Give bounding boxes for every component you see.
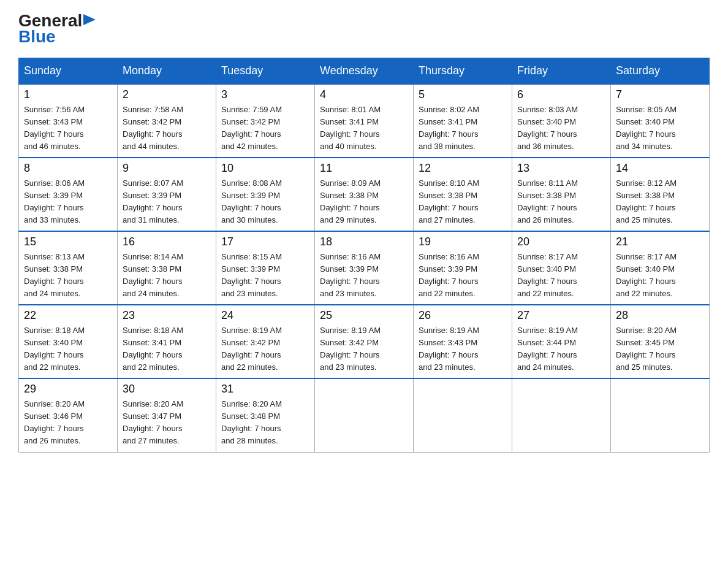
day-number: 31 (221, 383, 309, 396)
calendar-cell: 13 Sunrise: 8:11 AM Sunset: 3:38 PM Dayl… (512, 158, 611, 231)
svg-marker-0 (83, 14, 96, 25)
day-info: Sunrise: 8:19 AM Sunset: 3:42 PM Dayligh… (320, 324, 408, 374)
calendar-cell: 17 Sunrise: 8:15 AM Sunset: 3:39 PM Dayl… (216, 231, 315, 305)
day-info: Sunrise: 8:19 AM Sunset: 3:43 PM Dayligh… (419, 324, 507, 374)
calendar-cell: 27 Sunrise: 8:19 AM Sunset: 3:44 PM Dayl… (512, 305, 611, 378)
calendar-cell: 4 Sunrise: 8:01 AM Sunset: 3:41 PM Dayli… (315, 84, 414, 158)
day-number: 12 (419, 162, 507, 175)
header-sunday: Sunday (19, 58, 118, 85)
day-number: 20 (517, 236, 605, 248)
page-header: General Blue (18, 12, 710, 47)
day-number: 10 (221, 162, 309, 175)
calendar-cell: 31 Sunrise: 8:20 AM Sunset: 3:48 PM Dayl… (216, 378, 315, 452)
day-info: Sunrise: 8:16 AM Sunset: 3:39 PM Dayligh… (419, 251, 507, 301)
calendar-cell: 21 Sunrise: 8:17 AM Sunset: 3:40 PM Dayl… (611, 231, 710, 305)
day-info: Sunrise: 8:01 AM Sunset: 3:41 PM Dayligh… (320, 104, 408, 153)
header-friday: Friday (512, 58, 611, 85)
calendar-cell: 24 Sunrise: 8:19 AM Sunset: 3:42 PM Dayl… (216, 305, 315, 378)
logo-blue-text: Blue (18, 27, 56, 47)
day-number: 1 (24, 88, 112, 101)
calendar-cell: 2 Sunrise: 7:58 AM Sunset: 3:42 PM Dayli… (118, 84, 216, 158)
calendar-header-row: SundayMondayTuesdayWednesdayThursdayFrid… (19, 58, 710, 85)
calendar-cell: 20 Sunrise: 8:17 AM Sunset: 3:40 PM Dayl… (512, 231, 611, 305)
day-info: Sunrise: 7:58 AM Sunset: 3:42 PM Dayligh… (123, 104, 211, 153)
calendar-cell: 15 Sunrise: 8:13 AM Sunset: 3:38 PM Dayl… (19, 231, 118, 305)
week-row-4: 22 Sunrise: 8:18 AM Sunset: 3:40 PM Dayl… (19, 305, 710, 378)
week-row-3: 15 Sunrise: 8:13 AM Sunset: 3:38 PM Dayl… (19, 231, 710, 305)
day-info: Sunrise: 8:13 AM Sunset: 3:38 PM Dayligh… (24, 251, 112, 301)
calendar-cell: 9 Sunrise: 8:07 AM Sunset: 3:39 PM Dayli… (118, 158, 216, 231)
day-number: 17 (221, 236, 309, 248)
header-saturday: Saturday (611, 58, 710, 85)
week-row-2: 8 Sunrise: 8:06 AM Sunset: 3:39 PM Dayli… (19, 158, 710, 231)
day-info: Sunrise: 8:12 AM Sunset: 3:38 PM Dayligh… (616, 177, 704, 227)
day-info: Sunrise: 8:06 AM Sunset: 3:39 PM Dayligh… (24, 177, 112, 227)
day-info: Sunrise: 8:02 AM Sunset: 3:41 PM Dayligh… (419, 104, 507, 153)
calendar-table: SundayMondayTuesdayWednesdayThursdayFrid… (18, 58, 710, 453)
header-wednesday: Wednesday (315, 58, 414, 85)
calendar-cell: 6 Sunrise: 8:03 AM Sunset: 3:40 PM Dayli… (512, 84, 611, 158)
day-number: 4 (320, 88, 408, 101)
day-info: Sunrise: 8:19 AM Sunset: 3:42 PM Dayligh… (221, 324, 309, 374)
day-number: 21 (616, 236, 704, 248)
header-thursday: Thursday (414, 58, 512, 85)
day-info: Sunrise: 8:20 AM Sunset: 3:46 PM Dayligh… (24, 398, 112, 448)
day-number: 11 (320, 162, 408, 175)
calendar-cell: 26 Sunrise: 8:19 AM Sunset: 3:43 PM Dayl… (414, 305, 512, 378)
day-number: 5 (419, 88, 507, 101)
calendar-cell: 23 Sunrise: 8:18 AM Sunset: 3:41 PM Dayl… (118, 305, 216, 378)
day-number: 6 (517, 88, 605, 101)
calendar-cell: 11 Sunrise: 8:09 AM Sunset: 3:38 PM Dayl… (315, 158, 414, 231)
week-row-1: 1 Sunrise: 7:56 AM Sunset: 3:43 PM Dayli… (19, 84, 710, 158)
calendar-cell: 3 Sunrise: 7:59 AM Sunset: 3:42 PM Dayli… (216, 84, 315, 158)
day-info: Sunrise: 8:11 AM Sunset: 3:38 PM Dayligh… (517, 177, 605, 227)
week-row-5: 29 Sunrise: 8:20 AM Sunset: 3:46 PM Dayl… (19, 378, 710, 452)
calendar-cell: 12 Sunrise: 8:10 AM Sunset: 3:38 PM Dayl… (414, 158, 512, 231)
day-number: 27 (517, 309, 605, 322)
calendar-cell (611, 378, 710, 452)
calendar-cell: 22 Sunrise: 8:18 AM Sunset: 3:40 PM Dayl… (19, 305, 118, 378)
day-info: Sunrise: 8:20 AM Sunset: 3:45 PM Dayligh… (616, 324, 704, 374)
day-number: 14 (616, 162, 704, 175)
calendar-cell: 30 Sunrise: 8:20 AM Sunset: 3:47 PM Dayl… (118, 378, 216, 452)
day-number: 23 (123, 309, 211, 322)
day-info: Sunrise: 8:20 AM Sunset: 3:48 PM Dayligh… (221, 398, 309, 448)
day-info: Sunrise: 8:18 AM Sunset: 3:40 PM Dayligh… (24, 324, 112, 374)
day-number: 19 (419, 236, 507, 248)
calendar-cell (414, 378, 512, 452)
logo-arrow-icon (83, 13, 96, 26)
day-number: 16 (123, 236, 211, 248)
day-info: Sunrise: 8:15 AM Sunset: 3:39 PM Dayligh… (221, 251, 309, 301)
day-number: 26 (419, 309, 507, 322)
calendar-cell: 5 Sunrise: 8:02 AM Sunset: 3:41 PM Dayli… (414, 84, 512, 158)
day-number: 13 (517, 162, 605, 175)
day-info: Sunrise: 8:07 AM Sunset: 3:39 PM Dayligh… (123, 177, 211, 227)
day-number: 18 (320, 236, 408, 248)
day-number: 7 (616, 88, 704, 101)
day-number: 8 (24, 162, 112, 175)
calendar-cell: 14 Sunrise: 8:12 AM Sunset: 3:38 PM Dayl… (611, 158, 710, 231)
day-info: Sunrise: 8:09 AM Sunset: 3:38 PM Dayligh… (320, 177, 408, 227)
day-info: Sunrise: 8:14 AM Sunset: 3:38 PM Dayligh… (123, 251, 211, 301)
calendar-cell: 10 Sunrise: 8:08 AM Sunset: 3:39 PM Dayl… (216, 158, 315, 231)
day-info: Sunrise: 7:56 AM Sunset: 3:43 PM Dayligh… (24, 104, 112, 153)
day-info: Sunrise: 7:59 AM Sunset: 3:42 PM Dayligh… (221, 104, 309, 153)
day-info: Sunrise: 8:17 AM Sunset: 3:40 PM Dayligh… (517, 251, 605, 301)
day-number: 28 (616, 309, 704, 322)
calendar-cell (315, 378, 414, 452)
day-number: 29 (24, 383, 112, 396)
day-info: Sunrise: 8:19 AM Sunset: 3:44 PM Dayligh… (517, 324, 605, 374)
calendar-cell: 1 Sunrise: 7:56 AM Sunset: 3:43 PM Dayli… (19, 84, 118, 158)
day-number: 22 (24, 309, 112, 322)
day-info: Sunrise: 8:20 AM Sunset: 3:47 PM Dayligh… (123, 398, 211, 448)
day-number: 24 (221, 309, 309, 322)
calendar-cell: 28 Sunrise: 8:20 AM Sunset: 3:45 PM Dayl… (611, 305, 710, 378)
header-monday: Monday (118, 58, 216, 85)
day-number: 30 (123, 383, 211, 396)
calendar-cell: 7 Sunrise: 8:05 AM Sunset: 3:40 PM Dayli… (611, 84, 710, 158)
day-info: Sunrise: 8:08 AM Sunset: 3:39 PM Dayligh… (221, 177, 309, 227)
day-number: 9 (123, 162, 211, 175)
day-info: Sunrise: 8:05 AM Sunset: 3:40 PM Dayligh… (616, 104, 704, 153)
day-number: 25 (320, 309, 408, 322)
day-info: Sunrise: 8:18 AM Sunset: 3:41 PM Dayligh… (123, 324, 211, 374)
